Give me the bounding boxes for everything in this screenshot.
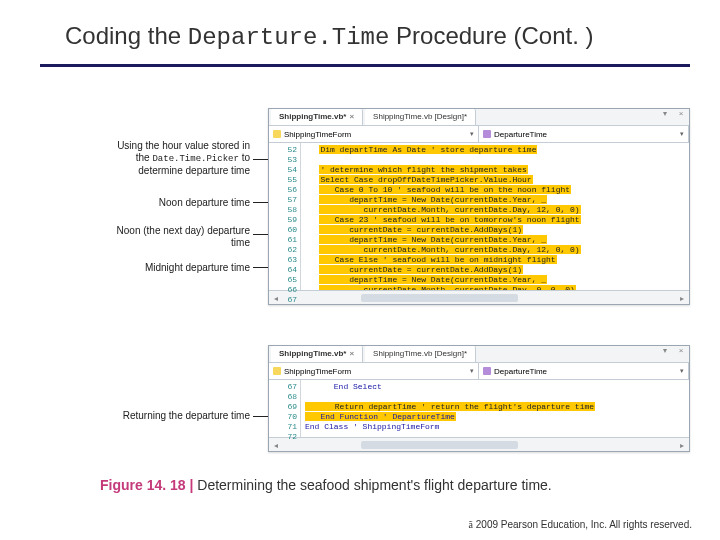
- class-icon: [273, 367, 281, 375]
- chevron-down-icon: ▾: [470, 130, 474, 138]
- scroll-thumb[interactable]: [361, 441, 518, 449]
- slide-title: Coding the Departure.Time Procedure (Con…: [65, 22, 690, 51]
- horizontal-scrollbar[interactable]: ◂ ▸: [269, 290, 689, 305]
- dropdown-bar: ShippingTimeForm ▾ DepartureTime ▾: [269, 363, 689, 380]
- line-gutter: 67 68 69 70 71 72: [269, 380, 301, 437]
- chevron-down-icon: ▾: [680, 367, 684, 375]
- copyright: ã 2009 Pearson Education, Inc. All right…: [469, 519, 692, 530]
- title-post: Procedure (Cont. ): [389, 22, 593, 49]
- code-area: 67 68 69 70 71 72 End Select Return depa…: [269, 380, 689, 437]
- class-dropdown[interactable]: ShippingTimeForm ▾: [269, 363, 479, 379]
- label-text: determine departure time: [138, 165, 250, 176]
- tab-label: ShippingTime.vb [Design]*: [373, 349, 467, 358]
- label-text: the: [136, 152, 153, 163]
- label-midnight: Midnight departure time: [90, 262, 250, 274]
- code-text[interactable]: Dim departTime As Date ' store departure…: [301, 143, 689, 290]
- label-text: to: [239, 152, 250, 163]
- label-text: Using the hour value stored in: [117, 140, 250, 151]
- code-text[interactable]: End Select Return departTime ' return th…: [301, 380, 689, 437]
- title-pre: Coding the: [65, 22, 188, 49]
- figure-caption: Figure 14. 18 | Determining the seafood …: [100, 477, 552, 493]
- dropdown-bar: ShippingTimeForm ▾ DepartureTime ▾: [269, 126, 689, 143]
- label-text: Midnight departure time: [145, 262, 250, 273]
- tab-label: ShippingTime.vb*: [279, 349, 346, 358]
- horizontal-scrollbar[interactable]: ◂ ▸: [269, 437, 689, 452]
- tab-bar: ShippingTime.vb*× ShippingTime.vb [Desig…: [269, 346, 689, 363]
- figure-bar: |: [186, 477, 198, 493]
- method-dropdown[interactable]: DepartureTime ▾: [479, 126, 689, 142]
- title-mono: Departure.Time: [188, 24, 390, 51]
- label-mono: Date.Time.Picker: [152, 154, 238, 164]
- figure-text: Determining the seafood shipment's fligh…: [197, 477, 551, 493]
- close-panel-icon[interactable]: ×: [673, 109, 689, 125]
- method-dropdown[interactable]: DepartureTime ▾: [479, 363, 689, 379]
- dropdown-label: ShippingTimeForm: [284, 130, 351, 139]
- scroll-left-icon[interactable]: ◂: [269, 294, 283, 303]
- tab-shippingtime-vb[interactable]: ShippingTime.vb*×: [271, 109, 363, 125]
- label-text: Noon (the next day) departure: [117, 225, 250, 236]
- scroll-right-icon[interactable]: ▸: [675, 441, 689, 450]
- label-text: Returning the departure time: [123, 410, 250, 421]
- code-window-2: ShippingTime.vb*× ShippingTime.vb [Desig…: [268, 345, 690, 452]
- method-icon: [483, 130, 491, 138]
- label-hour-value: Using the hour value stored in the Date.…: [90, 140, 250, 177]
- close-panel-icon[interactable]: ×: [673, 346, 689, 362]
- class-icon: [273, 130, 281, 138]
- line-gutter: 52 53 54 55 56 57 58 59 60 61 62 63 64 6…: [269, 143, 301, 290]
- scroll-left-icon[interactable]: ◂: [269, 441, 283, 450]
- label-noon-next-day: Noon (the next day) departure time: [90, 225, 250, 249]
- chevron-down-icon: ▾: [680, 130, 684, 138]
- close-icon[interactable]: ×: [349, 112, 354, 121]
- chevron-down-icon: ▾: [470, 367, 474, 375]
- tab-label: ShippingTime.vb*: [279, 112, 346, 121]
- method-icon: [483, 367, 491, 375]
- dropdown-label: DepartureTime: [494, 367, 547, 376]
- label-text: time: [231, 237, 250, 248]
- close-icon[interactable]: ×: [349, 349, 354, 358]
- code-area: 52 53 54 55 56 57 58 59 60 61 62 63 64 6…: [269, 143, 689, 290]
- class-dropdown[interactable]: ShippingTimeForm ▾: [269, 126, 479, 142]
- copyright-text: 2009 Pearson Education, Inc. All rights …: [473, 519, 692, 530]
- scroll-track[interactable]: [283, 294, 675, 302]
- label-return: Returning the departure time: [90, 410, 250, 422]
- tab-label: ShippingTime.vb [Design]*: [373, 112, 467, 121]
- tab-shippingtime-vb[interactable]: ShippingTime.vb*×: [271, 346, 363, 362]
- tab-shippingtime-design[interactable]: ShippingTime.vb [Design]*: [365, 109, 476, 125]
- figure-number: Figure 14. 18: [100, 477, 186, 493]
- horizontal-rule: [40, 64, 690, 67]
- scroll-right-icon[interactable]: ▸: [675, 294, 689, 303]
- tab-shippingtime-design[interactable]: ShippingTime.vb [Design]*: [365, 346, 476, 362]
- code-window-1: ShippingTime.vb*× ShippingTime.vb [Desig…: [268, 108, 690, 305]
- dropdown-icon[interactable]: ▾: [657, 109, 673, 125]
- dropdown-label: DepartureTime: [494, 130, 547, 139]
- label-noon: Noon departure time: [90, 197, 250, 209]
- dropdown-icon[interactable]: ▾: [657, 346, 673, 362]
- scroll-thumb[interactable]: [361, 294, 518, 302]
- tab-bar: ShippingTime.vb*× ShippingTime.vb [Desig…: [269, 109, 689, 126]
- dropdown-label: ShippingTimeForm: [284, 367, 351, 376]
- label-text: Noon departure time: [159, 197, 250, 208]
- scroll-track[interactable]: [283, 441, 675, 449]
